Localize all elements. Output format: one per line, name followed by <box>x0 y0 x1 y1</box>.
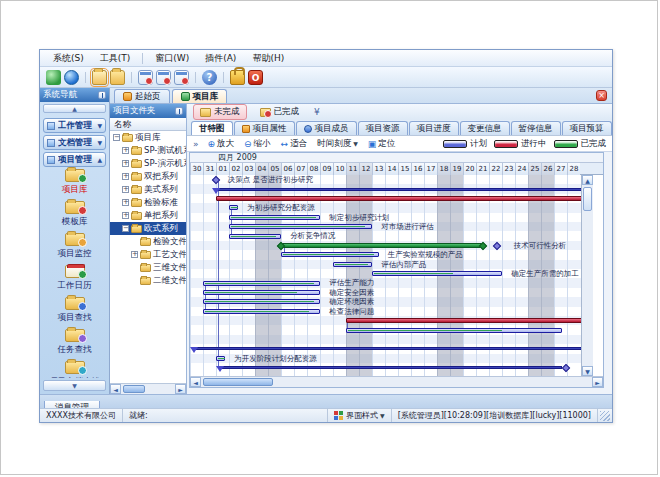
tab-项目预算[interactable]: 项目预算 <box>562 121 612 135</box>
gantt-bar[interactable] <box>203 290 320 295</box>
gantt-summary-bar[interactable] <box>216 188 581 191</box>
menu-item[interactable]: 窗口(W) <box>148 51 196 66</box>
window-edit-icon[interactable] <box>156 70 171 85</box>
menu-item[interactable]: 系统(S) <box>46 51 91 66</box>
tab-变更信息[interactable]: 变更信息 <box>460 121 510 135</box>
gantt-hscrollbar[interactable]: ◄ ► <box>190 376 603 387</box>
gantt-bar[interactable] <box>281 252 379 257</box>
tree-node-单把系列[interactable]: +单把系列 <box>110 209 186 222</box>
tab-项目库[interactable]: 项目库 <box>172 89 228 103</box>
tab-起始页[interactable]: 起始页 <box>114 89 170 103</box>
gantt-bar[interactable] <box>229 205 238 210</box>
tab-甘特图[interactable]: 甘特图 <box>191 121 233 135</box>
gantt-bar[interactable] <box>229 215 320 220</box>
gantt-bar[interactable] <box>346 318 581 323</box>
ui-style-button[interactable]: 界面样式 ▼ <box>327 409 392 422</box>
expand-icon[interactable]: + <box>122 212 129 219</box>
exit-icon[interactable] <box>248 70 263 85</box>
gantt-button-缩小[interactable]: ⊖缩小 <box>241 138 274 150</box>
gantt-button-时间刻度[interactable]: 时间刻度▼ <box>314 138 361 150</box>
sidebar-item-模板库[interactable]: 模板库 <box>40 199 109 231</box>
tree-column-header[interactable]: 名称 <box>110 118 186 131</box>
expand-icon[interactable]: + <box>122 199 129 206</box>
expand-icon[interactable]: + <box>122 147 129 154</box>
expand-icon[interactable]: + <box>131 251 138 258</box>
collapse-icon[interactable]: − <box>122 225 129 232</box>
gantt-button-定位[interactable]: ▣定位 <box>365 138 399 150</box>
scroll-right-icon[interactable]: ► <box>175 384 186 394</box>
tab-项目属性[interactable]: 项目属性 <box>234 121 295 135</box>
filter-未完成[interactable]: 未完成 <box>193 104 247 120</box>
sidebar-item-项目文档查找[interactable]: 项目文档查找 <box>40 359 109 378</box>
gantt-button-放大[interactable]: ⊕放大 <box>205 138 238 150</box>
chevron-down-icon[interactable]: ▼ <box>97 139 102 146</box>
tree-node-检验文件[interactable]: 检验文件 <box>110 235 186 248</box>
tree-node-双把系列[interactable]: +双把系列 <box>110 170 186 183</box>
gantt-button-适合[interactable]: ↔适合 <box>278 138 311 150</box>
scroll-down-icon[interactable]: ▼ <box>582 366 593 376</box>
link-icon[interactable] <box>46 70 61 85</box>
resize-grip[interactable] <box>600 411 610 421</box>
sidebar-scroll-up-button[interactable]: ▲ <box>43 104 106 113</box>
scroll-left-icon[interactable]: ◄ <box>110 384 121 394</box>
scroll-right-icon[interactable]: ► <box>592 377 603 387</box>
scroll-thumb[interactable] <box>203 378 273 386</box>
menu-item[interactable]: 工具(T) <box>93 51 138 66</box>
tab-项目进度[interactable]: 项目进度 <box>409 121 459 135</box>
tree-node-项目库[interactable]: −项目库 <box>110 131 186 144</box>
pin-icon[interactable] <box>98 91 106 99</box>
sidebar-group-工作管理[interactable]: 工作管理▼ <box>43 118 106 133</box>
filter-已完成[interactable]: 已完成 <box>253 104 307 120</box>
tree-node-工艺文件[interactable]: +工艺文件 <box>110 248 186 261</box>
sidebar-scroll-down-button[interactable]: ▼ <box>43 380 106 391</box>
folder-open-icon[interactable] <box>92 70 107 85</box>
gantt-bar[interactable] <box>229 234 281 239</box>
tree-node-SP-测试机系列[interactable]: +SP-测试机系列 <box>110 144 186 157</box>
gantt-summary-bar[interactable] <box>220 366 562 369</box>
tree-node-美式系列[interactable]: +美式系列 <box>110 183 186 196</box>
toolbar-overflow-icon[interactable]: » <box>193 139 199 149</box>
expand-icon[interactable]: + <box>122 173 129 180</box>
sidebar-group-文档管理[interactable]: 文档管理▼ <box>43 135 106 150</box>
tree-node-欧式系列[interactable]: −欧式系列 <box>110 222 186 235</box>
globe-icon[interactable] <box>64 70 79 85</box>
filter-overflow[interactable]: ¥ <box>314 107 320 117</box>
tree-node-三维文件[interactable]: 三维文件 <box>110 261 186 274</box>
gantt-bar[interactable] <box>372 271 502 276</box>
gantt-bar[interactable] <box>216 356 225 361</box>
gantt-bar[interactable] <box>216 196 581 201</box>
sidebar-item-项目库[interactable]: 项目库 <box>40 167 109 199</box>
expand-icon[interactable]: + <box>122 186 129 193</box>
scroll-left-icon[interactable]: ◄ <box>190 377 201 387</box>
gantt-bar[interactable] <box>346 328 562 333</box>
tab-项目资源[interactable]: 项目资源 <box>358 121 408 135</box>
tree-node-检验标准[interactable]: +检验标准 <box>110 196 186 209</box>
lock-icon[interactable] <box>230 70 245 85</box>
gantt-phase-bar[interactable] <box>281 243 483 248</box>
tab-项目成员[interactable]: 项目成员 <box>296 121 357 135</box>
gantt-chart[interactable]: 决策点 是否进行初步研究为初步研究分配资源制定初步研究计划对市场进行评估分析竞争… <box>190 175 581 376</box>
gantt-bar[interactable] <box>203 281 320 286</box>
help-icon[interactable] <box>202 70 217 85</box>
gantt-vscrollbar[interactable]: ▲ ▼ <box>581 175 593 376</box>
tree-node-二维文件[interactable]: 二维文件 <box>110 274 186 287</box>
sidebar-item-项目监控[interactable]: 项目监控 <box>40 231 109 263</box>
sidebar-item-任务查找[interactable]: 任务查找 <box>40 327 109 359</box>
tree-hscrollbar[interactable]: ◄ ► <box>110 383 186 394</box>
gantt-bar[interactable] <box>229 224 372 229</box>
tab-暂停信息[interactable]: 暂停信息 <box>511 121 561 135</box>
window-delete-icon[interactable] <box>174 70 189 85</box>
close-icon[interactable]: × <box>596 90 607 101</box>
tree-node-SP-演示机系列[interactable]: +SP-演示机系列 <box>110 157 186 170</box>
sidebar-group-项目管理[interactable]: 项目管理▲ <box>43 152 106 167</box>
menu-item[interactable]: 插件(A) <box>198 51 243 66</box>
gantt-bar[interactable] <box>203 309 320 314</box>
expand-icon[interactable]: + <box>122 160 129 167</box>
folder-view-icon[interactable] <box>110 70 125 85</box>
sidebar-item-工作日历[interactable]: 工作日历 <box>40 263 109 295</box>
sidebar-item-项目查找[interactable]: 项目查找 <box>40 295 109 327</box>
menu-item[interactable]: 帮助(H) <box>245 51 291 66</box>
scroll-thumb[interactable] <box>583 187 592 211</box>
scroll-thumb[interactable] <box>123 385 145 393</box>
chevron-down-icon[interactable]: ▼ <box>97 122 102 129</box>
